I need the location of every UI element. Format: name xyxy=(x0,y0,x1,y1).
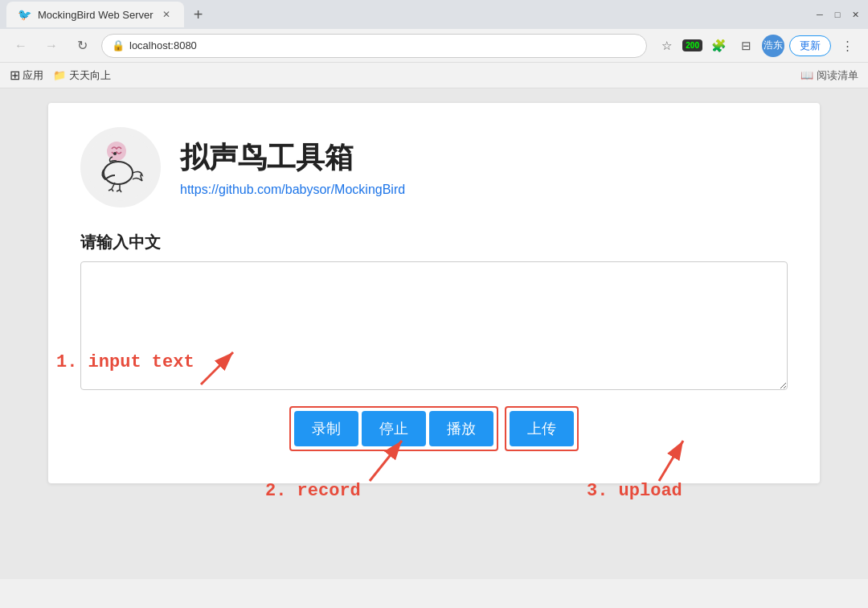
record-stop-play-group: 录制 停止 播放 xyxy=(289,406,498,451)
toolbar-right: ☆ 200 🧩 ⊟ 浩东 更新 ⋮ xyxy=(655,35,858,57)
reload-icon: ↻ xyxy=(77,38,88,53)
maximize-button[interactable]: □ xyxy=(831,8,844,21)
menu-icon: ⋮ xyxy=(841,39,854,53)
tab-title: MockingBird Web Server xyxy=(38,9,154,21)
new-tab-button[interactable]: + xyxy=(187,3,210,26)
forward-icon: → xyxy=(45,39,58,53)
star-icon: ☆ xyxy=(661,39,672,53)
back-button[interactable]: ← xyxy=(10,35,32,57)
forward-button[interactable]: → xyxy=(40,35,63,57)
app-header: 拟声鸟工具箱 https://github.com/babysor/Mockin… xyxy=(80,127,788,207)
browser-chrome: 🐦 MockingBird Web Server ✕ + ─ □ ✕ ← → ↻… xyxy=(0,0,868,88)
bookmark-apps[interactable]: ⊞ 应用 xyxy=(10,68,43,83)
tab-close-button[interactable]: ✕ xyxy=(160,8,173,21)
reading-mode-button[interactable]: 📖 阅读清单 xyxy=(800,68,858,83)
avatar-button[interactable]: 浩东 xyxy=(762,35,784,57)
url-box[interactable]: 🔒 localhost:8080 xyxy=(101,34,647,58)
avatar-label: 浩东 xyxy=(764,39,783,52)
reading-mode-label: 阅读清单 xyxy=(817,69,858,81)
button-row: 录制 停止 播放 上传 xyxy=(80,406,788,451)
main-wrapper: 拟声鸟工具箱 https://github.com/babysor/Mockin… xyxy=(0,88,868,579)
reload-button[interactable]: ↻ xyxy=(71,35,93,57)
window-controls: ─ □ ✕ xyxy=(813,8,862,21)
active-tab[interactable]: 🐦 MockingBird Web Server ✕ xyxy=(6,2,184,27)
annotation-step3: 3. upload xyxy=(587,481,682,501)
back-icon: ← xyxy=(14,39,27,53)
annotation-step2: 2. record xyxy=(265,481,361,501)
minimize-button[interactable]: ─ xyxy=(813,8,826,21)
upload-button[interactable]: 上传 xyxy=(510,411,574,446)
sidebar-button[interactable]: ⊟ xyxy=(735,35,757,57)
text-input[interactable] xyxy=(80,261,788,390)
sidebar-icon: ⊟ xyxy=(741,39,751,53)
address-bar: ← → ↻ 🔒 localhost:8080 ☆ 200 🧩 ⊟ 浩东 xyxy=(0,29,868,63)
upload-group: 上传 xyxy=(505,406,579,451)
title-bar: 🐦 MockingBird Web Server ✕ + ─ □ ✕ xyxy=(0,0,868,29)
folder-label: 天天向上 xyxy=(69,68,111,83)
badge-200[interactable]: 200 xyxy=(682,39,702,51)
extensions-button[interactable]: 🧩 xyxy=(707,35,730,57)
url-text: localhost:8080 xyxy=(129,39,197,51)
apps-label: 应用 xyxy=(23,68,43,83)
puzzle-icon: 🧩 xyxy=(711,39,727,53)
stop-button[interactable]: 停止 xyxy=(362,411,426,446)
page-content: 拟声鸟工具箱 https://github.com/babysor/Mockin… xyxy=(48,103,820,483)
bookmarks-bar: ⊞ 应用 📁 天天向上 📖 阅读清单 xyxy=(0,63,868,88)
app-logo xyxy=(80,127,161,207)
menu-button[interactable]: ⋮ xyxy=(836,35,858,57)
record-button[interactable]: 录制 xyxy=(294,411,358,446)
app-info: 拟声鸟工具箱 https://github.com/babysor/Mockin… xyxy=(180,138,405,197)
app-title: 拟声鸟工具箱 xyxy=(180,138,405,178)
play-button[interactable]: 播放 xyxy=(429,411,493,446)
star-button[interactable]: ☆ xyxy=(655,35,678,57)
bookmark-folder[interactable]: 📁 天天向上 xyxy=(53,68,111,83)
refresh-button[interactable]: 更新 xyxy=(789,35,831,56)
github-link[interactable]: https://github.com/babysor/MockingBird xyxy=(180,183,405,197)
input-label: 请输入中文 xyxy=(80,232,788,253)
refresh-label: 更新 xyxy=(800,39,821,53)
lock-icon: 🔒 xyxy=(112,39,125,51)
close-button[interactable]: ✕ xyxy=(849,8,862,21)
folder-icon: 📁 xyxy=(53,69,66,81)
apps-grid-icon: ⊞ xyxy=(10,68,20,83)
logo-svg xyxy=(84,131,157,203)
svg-point-3 xyxy=(113,152,117,155)
reading-mode-icon: 📖 xyxy=(800,69,813,81)
tab-favicon: 🐦 xyxy=(18,8,31,21)
